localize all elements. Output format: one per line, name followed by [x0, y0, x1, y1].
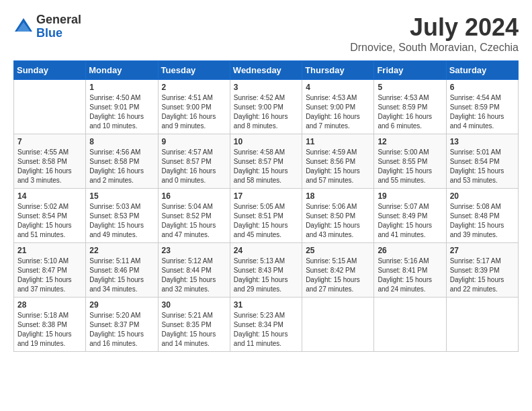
calendar-day-cell: 27Sunrise: 5:17 AM Sunset: 8:39 PM Dayli… [446, 243, 518, 298]
day-number: 9 [162, 137, 226, 146]
day-number: 30 [162, 300, 226, 310]
calendar-day-cell: 25Sunrise: 5:15 AM Sunset: 8:42 PM Dayli… [302, 243, 374, 298]
calendar-day-cell: 22Sunrise: 5:11 AM Sunset: 8:46 PM Dayli… [86, 243, 158, 298]
calendar-day-cell: 10Sunrise: 4:58 AM Sunset: 8:57 PM Dayli… [230, 134, 302, 189]
logo: General Blue [13, 13, 81, 40]
day-number: 2 [162, 83, 226, 92]
day-number: 16 [162, 191, 226, 201]
day-number: 11 [306, 137, 370, 146]
day-info: Sunrise: 4:54 AM Sunset: 8:59 PM Dayligh… [450, 93, 515, 131]
calendar-day-cell: 7Sunrise: 4:55 AM Sunset: 8:58 PM Daylig… [14, 134, 86, 189]
logo-text: General Blue [36, 13, 81, 40]
calendar-day-cell: 26Sunrise: 5:16 AM Sunset: 8:41 PM Dayli… [374, 243, 446, 298]
day-info: Sunrise: 5:21 AM Sunset: 8:35 PM Dayligh… [162, 311, 226, 349]
calendar-week-row: 28Sunrise: 5:18 AM Sunset: 8:38 PM Dayli… [14, 298, 519, 352]
day-number: 12 [378, 137, 442, 146]
calendar-day-cell: 5Sunrise: 4:53 AM Sunset: 8:59 PM Daylig… [374, 80, 446, 134]
calendar-day-cell: 24Sunrise: 5:13 AM Sunset: 8:43 PM Dayli… [230, 243, 302, 298]
day-info: Sunrise: 4:55 AM Sunset: 8:58 PM Dayligh… [17, 148, 82, 185]
day-info: Sunrise: 5:17 AM Sunset: 8:39 PM Dayligh… [450, 257, 515, 294]
day-number: 1 [89, 83, 154, 92]
day-info: Sunrise: 5:20 AM Sunset: 8:37 PM Dayligh… [89, 311, 154, 349]
day-info: Sunrise: 4:51 AM Sunset: 9:00 PM Dayligh… [162, 93, 226, 131]
day-info: Sunrise: 5:04 AM Sunset: 8:52 PM Dayligh… [162, 202, 226, 240]
day-info: Sunrise: 4:50 AM Sunset: 9:01 PM Dayligh… [89, 93, 154, 131]
day-info: Sunrise: 4:57 AM Sunset: 8:57 PM Dayligh… [162, 148, 226, 185]
day-info: Sunrise: 5:00 AM Sunset: 8:55 PM Dayligh… [378, 148, 442, 185]
day-info: Sunrise: 4:52 AM Sunset: 9:00 PM Dayligh… [234, 93, 298, 131]
day-number: 26 [378, 246, 442, 255]
day-info: Sunrise: 4:53 AM Sunset: 8:59 PM Dayligh… [378, 93, 442, 131]
day-info: Sunrise: 5:07 AM Sunset: 8:49 PM Dayligh… [378, 202, 442, 240]
day-number: 25 [306, 246, 370, 255]
day-info: Sunrise: 5:10 AM Sunset: 8:47 PM Dayligh… [17, 257, 82, 294]
calendar-day-cell: 11Sunrise: 4:59 AM Sunset: 8:56 PM Dayli… [302, 134, 374, 189]
day-number: 24 [234, 246, 298, 255]
calendar-day-cell: 29Sunrise: 5:20 AM Sunset: 8:37 PM Dayli… [86, 298, 158, 352]
day-info: Sunrise: 5:16 AM Sunset: 8:41 PM Dayligh… [378, 257, 442, 294]
calendar-week-row: 1Sunrise: 4:50 AM Sunset: 9:01 PM Daylig… [14, 80, 519, 134]
day-info: Sunrise: 5:01 AM Sunset: 8:54 PM Dayligh… [450, 148, 515, 185]
calendar-day-cell: 23Sunrise: 5:12 AM Sunset: 8:44 PM Dayli… [158, 243, 230, 298]
day-number: 13 [450, 137, 515, 146]
day-number: 19 [378, 191, 442, 201]
day-info: Sunrise: 5:15 AM Sunset: 8:42 PM Dayligh… [306, 257, 370, 294]
day-info: Sunrise: 5:08 AM Sunset: 8:48 PM Dayligh… [450, 202, 515, 240]
day-number: 29 [89, 300, 154, 310]
day-number: 27 [450, 246, 515, 255]
calendar-day-cell: 14Sunrise: 5:02 AM Sunset: 8:54 PM Dayli… [14, 189, 86, 243]
day-info: Sunrise: 5:23 AM Sunset: 8:34 PM Dayligh… [234, 311, 298, 349]
calendar-day-cell: 17Sunrise: 5:05 AM Sunset: 8:51 PM Dayli… [230, 189, 302, 243]
day-info: Sunrise: 5:05 AM Sunset: 8:51 PM Dayligh… [234, 202, 298, 240]
day-info: Sunrise: 4:58 AM Sunset: 8:57 PM Dayligh… [234, 148, 298, 185]
day-number: 17 [234, 191, 298, 201]
calendar-day-cell: 20Sunrise: 5:08 AM Sunset: 8:48 PM Dayli… [446, 189, 518, 243]
calendar-day-header: Friday [374, 61, 446, 80]
day-number: 15 [89, 191, 154, 201]
title-section: July 2024 Drnovice, South Moravian, Czec… [350, 13, 519, 54]
calendar-day-cell: 13Sunrise: 5:01 AM Sunset: 8:54 PM Dayli… [446, 134, 518, 189]
day-number: 6 [450, 83, 515, 92]
calendar-day-cell: 18Sunrise: 5:06 AM Sunset: 8:50 PM Dayli… [302, 189, 374, 243]
calendar-day-cell: 8Sunrise: 4:56 AM Sunset: 8:58 PM Daylig… [86, 134, 158, 189]
calendar-day-cell [446, 298, 518, 352]
calendar-day-cell: 19Sunrise: 5:07 AM Sunset: 8:49 PM Dayli… [374, 189, 446, 243]
day-number: 21 [17, 246, 82, 255]
day-number: 8 [89, 137, 154, 146]
day-number: 5 [378, 83, 442, 92]
calendar-day-cell: 9Sunrise: 4:57 AM Sunset: 8:57 PM Daylig… [158, 134, 230, 189]
day-number: 18 [306, 191, 370, 201]
calendar-day-cell: 12Sunrise: 5:00 AM Sunset: 8:55 PM Dayli… [374, 134, 446, 189]
calendar-day-header: Sunday [14, 61, 86, 80]
day-number: 22 [89, 246, 154, 255]
calendar-week-row: 21Sunrise: 5:10 AM Sunset: 8:47 PM Dayli… [14, 243, 519, 298]
calendar-day-cell: 4Sunrise: 4:53 AM Sunset: 9:00 PM Daylig… [302, 80, 374, 134]
calendar-day-header: Thursday [302, 61, 374, 80]
day-info: Sunrise: 4:59 AM Sunset: 8:56 PM Dayligh… [306, 148, 370, 185]
calendar-day-cell: 1Sunrise: 4:50 AM Sunset: 9:01 PM Daylig… [86, 80, 158, 134]
calendar-day-cell: 30Sunrise: 5:21 AM Sunset: 8:35 PM Dayli… [158, 298, 230, 352]
day-info: Sunrise: 5:03 AM Sunset: 8:53 PM Dayligh… [89, 202, 154, 240]
day-number: 31 [234, 300, 298, 310]
calendar-day-cell: 31Sunrise: 5:23 AM Sunset: 8:34 PM Dayli… [230, 298, 302, 352]
calendar-day-header: Monday [86, 61, 158, 80]
calendar-header-row: SundayMondayTuesdayWednesdayThursdayFrid… [14, 61, 519, 80]
day-info: Sunrise: 5:12 AM Sunset: 8:44 PM Dayligh… [162, 257, 226, 294]
calendar-day-header: Tuesday [158, 61, 230, 80]
calendar-day-cell [302, 298, 374, 352]
logo-general-label: General [36, 13, 81, 27]
calendar-day-header: Wednesday [230, 61, 302, 80]
calendar-day-cell: 2Sunrise: 4:51 AM Sunset: 9:00 PM Daylig… [158, 80, 230, 134]
calendar-table: SundayMondayTuesdayWednesdayThursdayFrid… [13, 60, 519, 352]
day-number: 28 [17, 300, 82, 310]
calendar-day-header: Saturday [446, 61, 518, 80]
calendar-day-cell: 16Sunrise: 5:04 AM Sunset: 8:52 PM Dayli… [158, 189, 230, 243]
calendar-day-cell: 3Sunrise: 4:52 AM Sunset: 9:00 PM Daylig… [230, 80, 302, 134]
day-number: 23 [162, 246, 226, 255]
day-number: 10 [234, 137, 298, 146]
calendar-day-cell [374, 298, 446, 352]
logo-blue-label: Blue [36, 27, 81, 40]
location-label: Drnovice, South Moravian, Czechia [350, 42, 519, 54]
day-info: Sunrise: 5:06 AM Sunset: 8:50 PM Dayligh… [306, 202, 370, 240]
calendar-day-cell: 15Sunrise: 5:03 AM Sunset: 8:53 PM Dayli… [86, 189, 158, 243]
